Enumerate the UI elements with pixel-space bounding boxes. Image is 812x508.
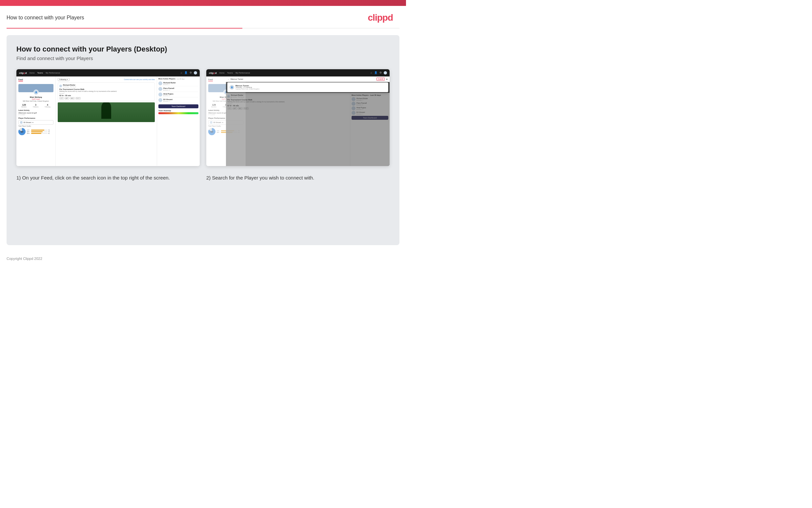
player-item-3: Hiral Pujara Activities: 3 [158,92,198,97]
main-title: How to connect with your Players (Deskto… [16,45,390,53]
player-name-1-3: Eli Vincent [163,98,173,100]
player-perf-label-1: Player Performance [18,117,53,119]
captions-row: 1) On your Feed, click on the search ico… [16,174,390,182]
activities-count-1: 129 [21,104,27,106]
search-input-2[interactable]: Marcus Turner [231,78,375,80]
quality-label-1: Total Player Quality [18,125,53,127]
caption-1: 1) On your Feed, click on the search ico… [16,174,200,182]
settings-icon-1[interactable]: ⚙ [190,71,192,75]
left-panel-1: Feed 👤 Blair McHarg Golf Coach Mill Ride… [16,77,56,166]
search-overlay-panel: ⌕ Marcus Turner CLEAR × 👤 Marcus Turner [226,77,390,166]
nav-home-2[interactable]: Home [220,72,225,74]
dropdown-icon-1[interactable]: ▾ [33,121,34,123]
profile-club-1: Mill Ride Golf Club, United Kingdom [18,100,53,102]
following-btn-1[interactable]: Following ▾ [58,78,69,81]
nav-teams-1[interactable]: Teams [37,72,43,74]
clear-button-2[interactable]: CLEAR [377,78,385,81]
player-acts-1-1: Activities: 4 [163,89,174,91]
nav-logo-1: clippd [19,72,27,75]
screenshot-2: clippd Home Teams My Performance ⌕ 👤 ⚙ [206,69,390,166]
control-link-1[interactable]: Control who can see your activity and da… [124,78,155,80]
post-meta-1: Yesterday - The Grove [63,86,76,88]
latest-activity-label-1: Latest Activity [18,109,53,111]
post-duration-1: Duration [59,92,153,94]
search-result-dropdown-2: 👤 Marcus Turner Yesterday - 1-5 Handicap… [227,82,388,92]
selected-player-1[interactable]: Eli Vincent [23,121,32,123]
avatar-icon-2 [384,71,387,75]
score-circle-1: 84 [18,128,26,135]
latest-activity-date-1: 27 Jul 2022 [18,114,53,116]
activities-label-1: Activities [21,106,27,108]
nav-my-performance-2[interactable]: My Performance [235,72,250,74]
avatar-icon-1 [194,71,197,75]
feed-label-1: Feed [18,78,23,81]
player-item-1: Richard Butler Activities: 7 [158,81,198,86]
footer: Copyright Clippd 2022 [0,252,406,265]
player-name-1-1: Piers Parnell [163,87,174,89]
following-count-1: 4 [45,104,50,106]
most-active-title-1: Most Active Players - Last 30 days [158,78,198,80]
following-label-1: Following [45,106,50,108]
screenshot-1: clippd Home Teams My Performance ⌕ 👤 ⚙ [16,69,200,166]
nav-my-performance-1[interactable]: My Performance [46,72,60,74]
post-time-1: 02 hr : 00 min [59,94,153,96]
result-club-2: Cypress Point Club, United Kingdom [235,88,259,90]
player-name-1-0: Richard Butler [163,82,176,84]
screenshots-row: clippd Home Teams My Performance ⌕ 👤 ⚙ [16,69,390,166]
followers-count-1: 3 [33,104,38,106]
player-acts-1-3: Activities: 1 [163,100,173,102]
result-avatar-2: 👤 [230,85,234,90]
player-acts-1-2: Activities: 3 [163,95,174,96]
followers-label-1: Followers [33,106,38,108]
app-nav-2: clippd Home Teams My Performance ⌕ 👤 ⚙ [206,69,390,77]
page-title: How to connect with your Players [7,15,84,21]
post-image-1 [58,102,155,122]
search-icon-1[interactable]: ⌕ [181,71,182,75]
post-card-1: Richard Butler Yesterday - The Grove Pre… [58,82,155,101]
nav-home-1[interactable]: Home [30,72,35,74]
center-panel-1: Following ▾ Control who can see your act… [56,77,157,166]
heatmap-bar-1 [158,112,198,114]
arg-val-1: 61 [48,133,50,134]
settings-icon-2[interactable]: ⚙ [379,71,382,75]
nav-teams-2[interactable]: Teams [227,72,233,74]
tag-ott-1: OTT [59,97,64,99]
search-icon-2[interactable]: ⌕ [371,71,372,75]
profile-banner-1: 👤 [18,84,53,92]
search-bar-icon-2: ⌕ [228,78,229,80]
player-item-4: Eli Vincent Activities: 1 [158,97,198,103]
user-icon-2[interactable]: 👤 [374,71,378,75]
team-dashboard-btn-1[interactable]: Team Dashboard [158,104,198,108]
header: How to connect with your Players clippd [0,6,406,28]
team-heatmap-label-1: Team Heatmap [158,110,198,112]
top-bar [0,0,406,6]
header-divider [7,28,399,29]
right-panel-1: Most Active Players - Last 30 days Richa… [157,77,200,166]
main-content: How to connect with your Players (Deskto… [7,35,399,245]
avatar-1: 👤 [34,90,39,95]
logo: clippd [368,12,393,23]
tag-app-1: APP [64,97,69,99]
player-acts-1-0: Activities: 7 [163,84,176,85]
close-icon-2[interactable]: × [386,78,388,81]
most-active-period-1: - Last 30 days [176,78,184,80]
player-item-2: Piers Parnell Activities: 4 [158,86,198,92]
post-desc-1: Walking the course with my coach to buil… [59,91,153,92]
tag-arg-1: ARG [70,97,75,99]
search-bar-2: ⌕ Marcus Turner CLEAR × [226,77,390,82]
tag-putt-1: PUTT [76,97,81,99]
user-icon-1[interactable]: 👤 [184,71,188,75]
post-title-1: Pre Tournament Course Walk [59,88,153,90]
caption-2: 2) Search for the Player you wish to con… [206,174,390,182]
nav-logo-2: clippd [209,72,217,75]
footer-text: Copyright Clippd 2022 [7,257,42,261]
player-name-1-2: Hiral Pujara [163,93,174,95]
main-subtitle: Find and connect with your Players [16,55,390,61]
app-nav-1: clippd Home Teams My Performance ⌕ 👤 ⚙ [16,69,200,77]
